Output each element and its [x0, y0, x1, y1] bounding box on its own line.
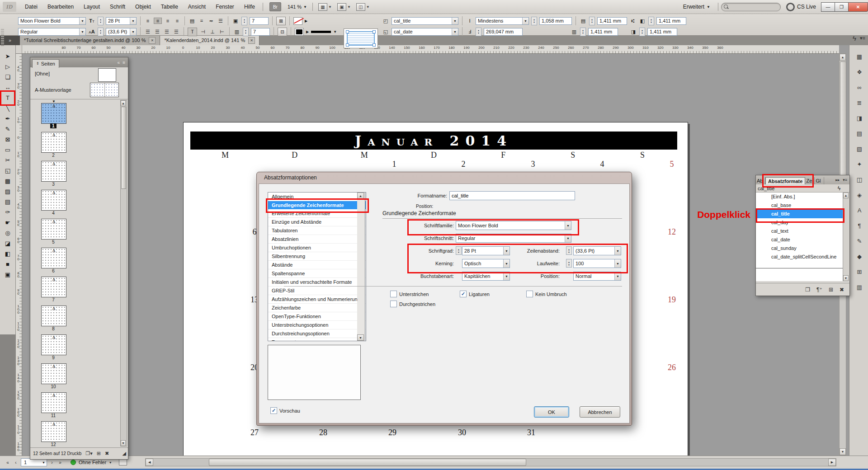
paragraph-panel-icon[interactable]: ¶: [853, 220, 866, 231]
paragraph-style-combo[interactable]: cal_title▼: [392, 17, 458, 25]
style-item--einf-abs-[interactable]: [Einf. Abs.]: [756, 193, 843, 201]
color-panel-icon[interactable]: ◨: [853, 112, 866, 124]
skew-icon[interactable]: ⊢: [218, 29, 226, 35]
dialog-section-initialen-und-verschachtelte-formate[interactable]: Initialen und verschachtelte Formate: [268, 278, 366, 287]
ok-button[interactable]: OK: [534, 406, 569, 418]
scroll-left-icon[interactable]: ◀: [146, 459, 153, 466]
align-bottom-icon[interactable]: ≂: [208, 18, 215, 24]
new-spread-icon[interactable]: ❐▾: [85, 451, 92, 456]
page-item-3[interactable]: A3: [30, 157, 121, 186]
kerning-combo[interactable]: Optisch▼: [462, 259, 510, 268]
page-thumbnail[interactable]: A: [41, 392, 66, 413]
quick-apply-icon[interactable]: ϟ: [853, 34, 856, 42]
page-thumbnail[interactable]: A: [41, 277, 66, 297]
selection-tool[interactable]: ➤: [3, 52, 13, 61]
pages-panel-scrollbar[interactable]: ▲ ▼: [120, 100, 127, 446]
dialog-section-unterstreichungsoptionen[interactable]: Unterstreichungsoptionen: [268, 321, 366, 329]
arrange-documents-button[interactable]: ◫▼: [356, 3, 370, 11]
dialog-section-grep-stil[interactable]: GREP-Stil: [268, 287, 366, 295]
page-thumbnail[interactable]: A: [41, 334, 66, 355]
zeilenabstand-combo[interactable]: (33,6 Pt)▼: [573, 246, 621, 255]
line-tool[interactable]: ╲: [3, 103, 13, 113]
page-item-1[interactable]: A▼1: [30, 99, 121, 128]
page-item-2[interactable]: A2: [30, 128, 121, 157]
font-family-combo[interactable]: Moon Flower Bold▼: [18, 17, 86, 25]
scroll-up-icon[interactable]: ▲: [840, 54, 846, 61]
zoom-tool[interactable]: ◎: [3, 228, 13, 237]
checkbox-ligaturen[interactable]: ✓Ligaturen: [460, 291, 490, 297]
align-left-icon[interactable]: ≡: [144, 18, 151, 24]
span-columns-stepper[interactable]: ▲▼: [243, 28, 249, 36]
dialog-section-durchstreichungsoptionen[interactable]: Durchstreichungsoptionen: [268, 329, 366, 338]
position-combo[interactable]: Normal▼: [573, 272, 621, 281]
effects-panel-icon[interactable]: ✦: [853, 158, 866, 170]
checkbox-kein-umbruch[interactable]: Kein Umbruch: [526, 291, 567, 297]
align-right-icon[interactable]: ≡: [164, 18, 171, 24]
style-item-cal-day[interactable]: cal_day: [756, 218, 843, 227]
control-bar-menu-icon[interactable]: ▾≡: [860, 35, 865, 41]
apply-color-button[interactable]: ■: [3, 259, 13, 268]
font-style-combo[interactable]: Regular▼: [18, 28, 86, 36]
formatting-affects-toggle[interactable]: ◧: [3, 249, 13, 258]
inset-left-stepper[interactable]: ▲▼: [648, 17, 654, 25]
scroll-up-icon[interactable]: ▲: [843, 193, 849, 198]
page-item-8[interactable]: A8: [30, 302, 121, 331]
inset-top-stepper[interactable]: ▲▼: [589, 17, 595, 25]
stroke-none-swatch[interactable]: [293, 17, 302, 25]
delete-style-icon[interactable]: ✖: [840, 287, 844, 293]
text-direction-button[interactable]: T: [188, 28, 197, 36]
character-style-combo[interactable]: cal_date▼: [392, 28, 458, 36]
scroll-up-icon[interactable]: ▲: [357, 193, 364, 199]
inset-top-field[interactable]: 1,411 mm: [597, 17, 627, 25]
schriftfamilie-combo[interactable]: Moon Flower Bold▼: [456, 221, 571, 230]
leading-stepper[interactable]: ▲▼: [98, 28, 104, 36]
horizontal-scrollbar-thumb[interactable]: [209, 459, 526, 466]
scroll-down-icon[interactable]: ▼: [843, 275, 849, 281]
align-center-icon[interactable]: ≡: [154, 18, 162, 24]
schriftgrad-stepper[interactable]: ▲▼: [456, 246, 462, 255]
justify-right-icon[interactable]: ☰: [163, 29, 170, 35]
last-page-button[interactable]: »: [56, 459, 64, 466]
font-size-combo[interactable]: 28 Pt▼: [106, 17, 137, 25]
workspace-switcher[interactable]: Erweitert ▼: [678, 0, 715, 14]
dialog-section-abst-nde[interactable]: Abstände: [268, 261, 366, 269]
page-item-4[interactable]: A4: [30, 186, 121, 215]
menu-item-fenster[interactable]: Fenster: [211, 0, 239, 14]
dialog-section-einz-ge-und-abst-nde[interactable]: Einzüge und Abstände: [268, 218, 366, 226]
page-item-12[interactable]: A12: [30, 418, 121, 446]
rotate-text-icon[interactable]: ⊣: [199, 29, 207, 35]
dialog-section-umbruchoptionen[interactable]: Umbruchoptionen: [268, 244, 366, 252]
first-baseline-field[interactable]: 1,058 mm: [539, 17, 572, 25]
style-item-cal-date[interactable]: cal_date: [756, 235, 843, 244]
swatches-panel-icon[interactable]: ▤: [853, 127, 866, 139]
next-page-button[interactable]: ›: [48, 459, 56, 466]
screen-mode-button[interactable]: ▣▼: [337, 3, 351, 11]
dialog-section-erweiterte-zeichenformate[interactable]: Erweiterte Zeichenformate: [268, 209, 366, 218]
dialog-section-tabulatoren[interactable]: Tabulatoren: [268, 226, 366, 235]
vorschau-checkbox[interactable]: ✓ Vorschau: [270, 407, 300, 414]
page-tool[interactable]: ❏: [3, 72, 13, 81]
object-styles-panel-icon[interactable]: ◆: [853, 250, 866, 262]
dialog-section-zeichenfarbe[interactable]: Zeichenfarbe: [268, 304, 366, 312]
dialog-section-aufz-hlungszeichen-und-nummerierung[interactable]: Aufzählungszeichen und Nummerierung: [268, 295, 366, 304]
master-none-thumbnail[interactable]: [98, 68, 116, 82]
stroke-panel-icon[interactable]: ≣: [853, 97, 866, 108]
resize-grip[interactable]: ◢: [123, 451, 126, 456]
leading-combo[interactable]: (33,6 Pt)▼: [106, 28, 137, 36]
style-group-icon[interactable]: ❐: [805, 287, 810, 293]
links-panel-icon[interactable]: ∞: [853, 81, 866, 93]
page-item-10[interactable]: A10: [30, 360, 121, 389]
bridge-button[interactable]: Br: [269, 2, 281, 11]
justify-left-icon[interactable]: ☰: [144, 29, 151, 35]
close-icon[interactable]: ✕: [149, 37, 156, 44]
pen-tool[interactable]: ✒: [3, 114, 13, 123]
eyedropper-tool[interactable]: ✑: [3, 207, 13, 216]
quick-apply-icon[interactable]: ϟ: [838, 185, 840, 192]
page-thumbnail[interactable]: A: [41, 132, 66, 153]
checkbox-durchgestrichen[interactable]: Durchgestrichen: [390, 301, 435, 307]
justify-all-icon[interactable]: ☰: [173, 29, 180, 35]
scissors-tool[interactable]: ✂: [3, 155, 13, 164]
dialog-section-spaltenspanne[interactable]: Spaltenspanne: [268, 269, 366, 278]
close-icon[interactable]: ✕: [248, 37, 255, 44]
text-wrap-panel-icon[interactable]: ◫: [853, 174, 866, 185]
